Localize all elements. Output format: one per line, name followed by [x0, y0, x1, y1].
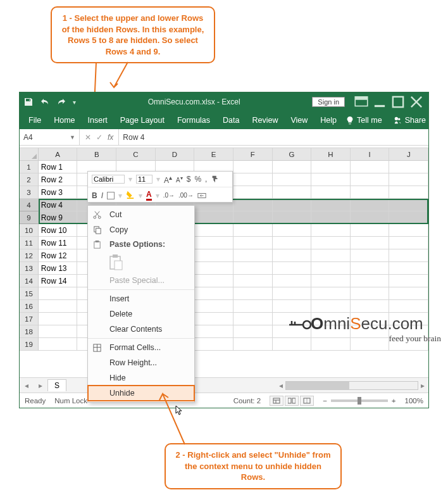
mt-formatpainter-icon[interactable]	[211, 175, 220, 184]
view-normal-icon[interactable]	[270, 396, 283, 406]
redo-icon[interactable]	[56, 97, 66, 107]
tab-pagelayout[interactable]: Page Layout	[114, 113, 171, 128]
cell[interactable]	[351, 249, 390, 262]
table-row[interactable]: 10Row 10	[20, 224, 428, 237]
cell[interactable]	[39, 300, 78, 313]
zoom-out-icon[interactable]: −	[323, 397, 327, 405]
mt-decimal-dec-icon[interactable]: .0→	[163, 192, 175, 199]
cell[interactable]	[194, 325, 233, 338]
view-pagelayout-icon[interactable]	[285, 396, 299, 406]
cell[interactable]: Row 13	[39, 262, 78, 275]
cell[interactable]	[389, 287, 428, 300]
cell[interactable]	[194, 287, 233, 300]
cell[interactable]	[233, 275, 273, 287]
cell[interactable]	[351, 262, 390, 275]
hscroll-track[interactable]	[285, 381, 418, 390]
col-A[interactable]: A	[39, 148, 78, 161]
maximize-icon[interactable]	[390, 95, 406, 109]
zoom-value[interactable]: 100%	[405, 397, 423, 405]
cell[interactable]	[273, 173, 312, 186]
col-B[interactable]: B	[77, 148, 116, 161]
close-icon[interactable]	[408, 95, 425, 109]
cell[interactable]	[233, 262, 273, 275]
cell[interactable]	[311, 287, 351, 300]
cell[interactable]	[194, 262, 233, 275]
cancel-formula-icon[interactable]: ✕	[85, 133, 91, 142]
cell[interactable]	[273, 300, 312, 313]
cell[interactable]	[39, 325, 78, 338]
ctx-unhide[interactable]: Unhide	[88, 386, 194, 401]
tab-insert[interactable]: Insert	[82, 113, 114, 128]
cell[interactable]	[273, 199, 312, 211]
cell[interactable]	[389, 224, 428, 237]
cell[interactable]	[233, 325, 273, 338]
cell[interactable]: Row 1	[39, 161, 78, 173]
tab-data[interactable]: Data	[216, 113, 246, 128]
cell[interactable]	[351, 211, 390, 224]
mt-shrinkfont-icon[interactable]: A▾	[176, 175, 183, 184]
table-row[interactable]: 11Row 11	[20, 237, 428, 249]
cell[interactable]	[194, 224, 233, 237]
cell[interactable]	[194, 211, 233, 224]
ctx-formatcells[interactable]: Format Cells...	[88, 340, 194, 355]
cell[interactable]: Row 2	[39, 173, 78, 186]
sheet-nav-prev[interactable]: ◂	[20, 381, 34, 390]
col-I[interactable]: I	[351, 148, 390, 161]
zoom-in-icon[interactable]: +	[392, 397, 396, 405]
cell[interactable]: Row 9	[39, 211, 78, 224]
undo-icon[interactable]	[40, 97, 50, 107]
name-box[interactable]: A4 ▼	[20, 129, 80, 145]
cell[interactable]: Row 3	[39, 186, 78, 199]
row-header[interactable]: 17	[20, 313, 39, 325]
row-header[interactable]: 9	[20, 211, 39, 224]
cell[interactable]	[39, 313, 78, 325]
cell[interactable]	[39, 338, 78, 351]
mt-currency-icon[interactable]: $	[187, 175, 191, 184]
cell[interactable]	[273, 249, 312, 262]
ctx-insert[interactable]: Insert	[88, 291, 194, 306]
cell[interactable]	[351, 199, 390, 211]
cell[interactable]	[194, 249, 233, 262]
mt-bold-icon[interactable]: B	[92, 191, 97, 200]
table-row[interactable]: 9Row 9	[20, 211, 428, 224]
ctx-hide[interactable]: Hide	[88, 370, 194, 386]
row-header[interactable]: 12	[20, 249, 39, 262]
col-H[interactable]: H	[311, 148, 351, 161]
cell[interactable]	[273, 161, 312, 173]
cell[interactable]	[351, 224, 390, 237]
cell[interactable]	[194, 313, 233, 325]
cell[interactable]	[194, 275, 233, 287]
cell[interactable]	[273, 237, 312, 249]
cell[interactable]	[389, 237, 428, 249]
table-row[interactable]: 16	[20, 300, 428, 313]
row-header[interactable]: 11	[20, 237, 39, 249]
ctx-cut[interactable]: Cut	[88, 207, 194, 222]
cell[interactable]	[233, 211, 273, 224]
mt-growfont-icon[interactable]: A▴	[164, 174, 172, 185]
mt-fontname[interactable]	[92, 175, 125, 184]
row-header[interactable]: 15	[20, 287, 39, 300]
cell[interactable]	[311, 173, 351, 186]
hscroll-left[interactable]: ◂	[279, 381, 283, 390]
cell[interactable]	[351, 287, 390, 300]
cell[interactable]	[351, 300, 390, 313]
cell[interactable]	[233, 249, 273, 262]
cell[interactable]	[273, 262, 312, 275]
mt-border-icon[interactable]	[107, 192, 115, 199]
cell[interactable]: Row 14	[39, 275, 78, 287]
cell[interactable]	[233, 186, 273, 199]
cell[interactable]	[351, 161, 390, 173]
col-J[interactable]: J	[389, 148, 428, 161]
cell[interactable]	[351, 275, 390, 287]
row-header[interactable]: 13	[20, 262, 39, 275]
hscroll-thumb[interactable]	[286, 382, 349, 389]
cell[interactable]	[389, 186, 428, 199]
zoom-slider[interactable]: − +	[323, 397, 395, 405]
row-header[interactable]: 2	[20, 173, 39, 186]
sheet-tab[interactable]: S	[47, 379, 66, 391]
cell[interactable]	[194, 338, 233, 351]
cell[interactable]: Row 10	[39, 224, 78, 237]
row-header[interactable]: 19	[20, 338, 39, 351]
tab-help[interactable]: Help	[314, 113, 343, 128]
row-header[interactable]: 14	[20, 275, 39, 287]
